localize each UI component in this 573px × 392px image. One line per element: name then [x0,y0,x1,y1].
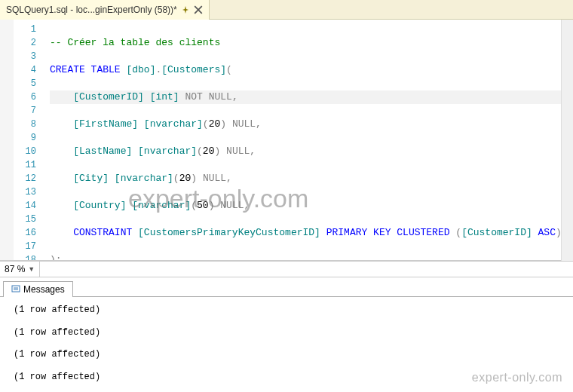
code-area[interactable]: -- Créer la table des clients CREATE TAB… [44,20,573,260]
code-pad [50,91,73,103]
line-number: 12 [14,172,36,185]
code-punct: , [250,145,256,157]
code-ident: [CustomerID] [461,227,538,238]
line-number: 9 [14,131,36,145]
close-icon[interactable] [194,5,203,14]
code-punct: ) [214,145,226,157]
line-number: 3 [14,50,36,63]
code-ident: [CustomerID] [int] [73,91,185,103]
vertical-scrollbar[interactable] [561,20,573,261]
code-punct: , [256,118,262,130]
code-kw: NULL [226,145,250,157]
code-comment: -- Créer la table des clients [50,37,220,48]
pin-icon[interactable] [182,6,189,14]
messages-tab[interactable]: Messages [3,281,73,297]
code-kw: PRIMARY KEY CLUSTERED [326,227,456,238]
svg-rect-0 [12,286,20,292]
line-number: 18 [14,253,36,261]
watermark: expert-only.com [472,371,562,384]
line-number: 17 [14,240,36,253]
code-punct: , [226,173,232,184]
code-kw: NOT NULL [185,91,231,103]
code-ident: [Customers] [161,64,226,75]
code-kw: NULL [232,118,256,130]
code-pad [50,227,73,238]
code-num: 50 [197,200,209,211]
code-kw: NULL [220,200,244,211]
code-punct: , [244,200,250,211]
code-editor[interactable]: 1 2 3 4 5 6 7 8 9 10 11 12 13 14 15 16 1… [0,20,573,261]
code-punct: ( [455,227,461,238]
message-line: (1 row affected) [14,327,559,339]
line-number: 13 [14,185,36,199]
zoom-value: 87 % [5,264,25,274]
code-punct: ) [209,200,221,211]
line-number: 8 [14,118,36,131]
line-number: 6 [14,90,36,104]
line-number: 11 [14,158,36,172]
code-num: 20 [179,173,192,184]
code-punct: ) [220,118,232,130]
message-line: (1 row affected) [14,305,559,317]
messages-tab-label: Messages [23,284,65,295]
line-number: 16 [14,226,36,240]
code-ident: [CustomersPrimaryKeyCustomerID] [138,227,326,238]
line-number-gutter: 1 2 3 4 5 6 7 8 9 10 11 12 13 14 15 16 1… [14,20,44,260]
tab-bar: SQLQuery1.sql - loc...ginExpertOnly (58)… [0,0,573,20]
chevron-down-icon: ▼ [28,265,35,273]
code-num: 20 [209,118,221,130]
file-tab[interactable]: SQLQuery1.sql - loc...ginExpertOnly (58)… [0,0,210,20]
code-punct: , [232,91,238,103]
line-number: 10 [14,145,36,158]
code-punct: ( [173,173,179,184]
line-number: 2 [14,36,36,50]
zoom-dropdown[interactable]: 87 % ▼ [0,262,40,277]
code-pad [50,173,73,184]
code-kw: NULL [203,173,226,184]
code-ident: [dbo] [126,64,155,75]
messages-icon [11,285,20,294]
marker-margin [0,20,14,260]
line-number: 15 [14,213,36,226]
line-number: 14 [14,199,36,213]
message-line: (1 row affected) [14,349,559,361]
code-punct: ); [50,254,62,260]
line-number: 4 [14,63,36,77]
code-kw: CONSTRAINT [73,227,138,238]
code-ident: [City] [nvarchar] [73,173,173,184]
line-number: 1 [14,23,36,36]
zoom-bar: 87 % ▼ [0,261,573,277]
code-ident: [LastName] [nvarchar] [73,145,197,157]
code-kw: ASC [538,227,556,238]
code-punct: ( [226,64,232,75]
code-punct: ( [197,145,203,157]
code-ident: [Country] [nvarchar] [73,200,191,211]
code-num: 20 [203,145,215,157]
code-punct: ) [191,173,203,184]
results-tab-bar: Messages [0,277,573,297]
code-punct: ( [203,118,209,130]
code-pad [50,200,73,211]
line-number: 5 [14,77,36,90]
code-punct: ( [191,200,197,211]
file-tab-title: SQLQuery1.sql - loc...ginExpertOnly (58)… [6,5,177,15]
code-pad [50,118,73,130]
line-number: 7 [14,104,36,118]
code-ident: [FirstName] [nvarchar] [73,118,203,130]
code-pad [50,145,73,157]
code-kw: CREATE TABLE [50,64,126,75]
